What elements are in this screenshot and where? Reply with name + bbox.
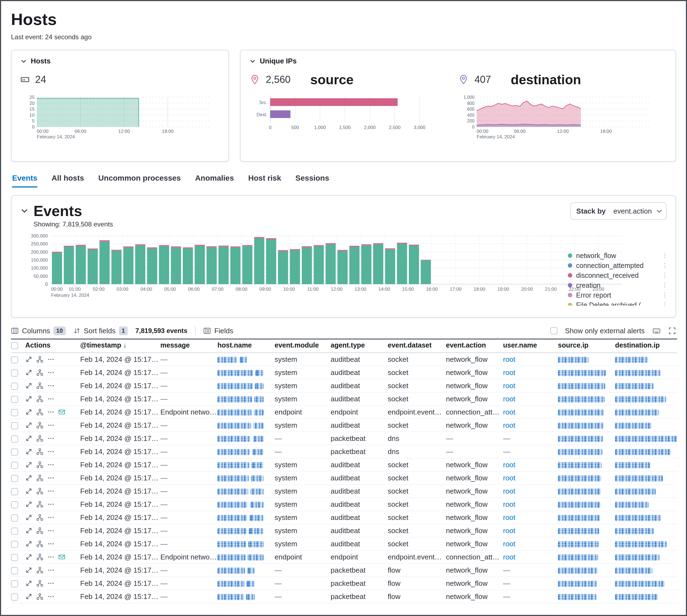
more-actions-icon[interactable] [47,527,55,534]
analyze-event-icon[interactable] [36,448,43,455]
row-checkbox[interactable] [11,475,18,482]
columns-button[interactable]: Columns 10 [11,326,66,335]
more-actions-icon[interactable] [47,422,55,429]
legend-item-menu-icon[interactable]: ⋮ [662,252,668,259]
expand-event-icon[interactable] [25,369,33,376]
column-header-event-action[interactable]: event.action [446,339,503,353]
analyze-event-icon[interactable] [36,435,43,442]
legend-item-disconnect-received[interactable]: disconnect_received⋮ [568,270,668,280]
chevron-down-icon[interactable] [20,58,27,65]
analyze-event-icon[interactable] [36,382,43,389]
more-actions-icon[interactable] [47,501,55,508]
column-header-destination-ip[interactable]: destination.ip [615,339,677,353]
select-all-checkbox[interactable] [11,342,18,349]
expand-event-icon[interactable] [25,382,33,389]
analyze-event-icon[interactable] [36,501,43,508]
analyze-event-icon[interactable] [36,540,43,547]
expand-event-icon[interactable] [25,593,33,600]
analyze-event-icon[interactable] [36,567,43,574]
stack-by-control[interactable]: Stack by event.action [570,202,667,220]
legend-item-file-delete-archived-[interactable]: File Delete archived (⋮ [568,300,668,306]
expand-event-icon[interactable] [25,553,33,560]
expand-event-icon[interactable] [25,422,33,429]
more-actions-icon[interactable] [47,369,55,376]
column-header-source-ip[interactable]: source.ip [558,339,615,353]
expand-event-icon[interactable] [25,527,33,534]
user-name-link[interactable]: root [503,408,515,416]
row-checkbox[interactable] [11,435,18,442]
more-actions-icon[interactable] [47,448,55,455]
analyze-event-icon[interactable] [36,409,43,416]
user-name-link[interactable]: root [503,474,515,482]
row-checkbox[interactable] [11,554,18,561]
user-name-link[interactable]: root [503,395,515,403]
expand-event-icon[interactable] [25,448,33,455]
column-header-message[interactable]: message [160,339,217,353]
tab-host-risk[interactable]: Host risk [248,174,281,188]
expand-event-icon[interactable] [25,435,33,442]
more-actions-icon[interactable] [47,514,55,521]
row-checkbox[interactable] [11,422,18,429]
row-checkbox[interactable] [11,409,18,416]
expand-event-icon[interactable] [25,461,33,468]
keyboard-icon[interactable] [652,327,661,335]
more-actions-icon[interactable] [47,567,55,574]
analyze-event-icon[interactable] [36,474,43,482]
row-checkbox[interactable] [11,448,18,456]
expand-event-icon[interactable] [25,514,33,521]
user-name-link[interactable]: root [503,421,515,429]
row-checkbox[interactable] [11,593,18,601]
analyze-event-icon[interactable] [36,580,43,587]
analyze-event-icon[interactable] [36,514,43,521]
row-checkbox[interactable] [11,541,18,548]
user-name-link[interactable]: root [503,500,515,508]
user-name-link[interactable]: root [503,381,515,390]
row-checkbox[interactable] [11,528,18,535]
expand-event-icon[interactable] [25,409,33,416]
more-actions-icon[interactable] [47,540,55,547]
analyze-event-icon[interactable] [36,461,43,468]
legend-item-menu-icon[interactable]: ⋮ [662,302,668,306]
user-name-link[interactable]: root [503,355,515,364]
analyze-event-icon[interactable] [36,527,43,534]
legend-item-error-report[interactable]: Error report⋮ [568,290,668,300]
column-header-host-name[interactable]: host.name [217,339,275,353]
legend-item-menu-icon[interactable]: ⋮ [662,272,668,279]
legend-item-creation[interactable]: creation⋮ [568,280,668,290]
tab-uncommon-processes[interactable]: Uncommon processes [98,174,181,188]
analyze-event-icon[interactable] [36,553,43,560]
more-actions-icon[interactable] [47,409,55,416]
more-actions-icon[interactable] [47,461,55,468]
tab-anomalies[interactable]: Anomalies [195,174,234,188]
row-checkbox[interactable] [11,383,18,390]
column-header-agent-type[interactable]: agent.type [330,339,388,353]
row-checkbox[interactable] [11,370,18,377]
fields-button[interactable]: Fields [203,327,233,335]
legend-item-menu-icon[interactable]: ⋮ [662,262,668,269]
analyze-event-icon[interactable] [36,593,43,600]
row-checkbox[interactable] [11,356,18,364]
legend-item-connection-attempted[interactable]: connection_attempted⋮ [568,261,668,270]
more-actions-icon[interactable] [47,395,55,402]
analyze-event-icon[interactable] [36,487,43,495]
column-header--timestamp[interactable]: @timestamp ↓ [80,339,160,353]
more-actions-icon[interactable] [47,593,55,600]
user-name-link[interactable]: root [503,368,515,377]
tab-events[interactable]: Events [12,174,37,188]
user-name-link[interactable]: root [503,513,515,522]
user-name-link[interactable]: root [503,527,515,535]
expand-event-icon[interactable] [25,395,33,402]
expand-event-icon[interactable] [25,356,33,363]
more-actions-icon[interactable] [47,580,55,587]
user-name-link[interactable]: root [503,540,515,548]
sort-fields-button[interactable]: Sort fields 1 [73,326,128,335]
row-checkbox[interactable] [11,396,18,403]
endpoint-alert-icon[interactable] [58,553,65,560]
expand-event-icon[interactable] [25,580,33,587]
column-header-event-module[interactable]: event.module [275,339,330,353]
expand-event-icon[interactable] [25,567,33,574]
legend-item-network-flow[interactable]: network_flow⋮ [568,250,668,261]
analyze-event-icon[interactable] [36,369,43,376]
column-header-user-name[interactable]: user.name [503,339,558,353]
user-name-link[interactable]: root [503,461,515,469]
